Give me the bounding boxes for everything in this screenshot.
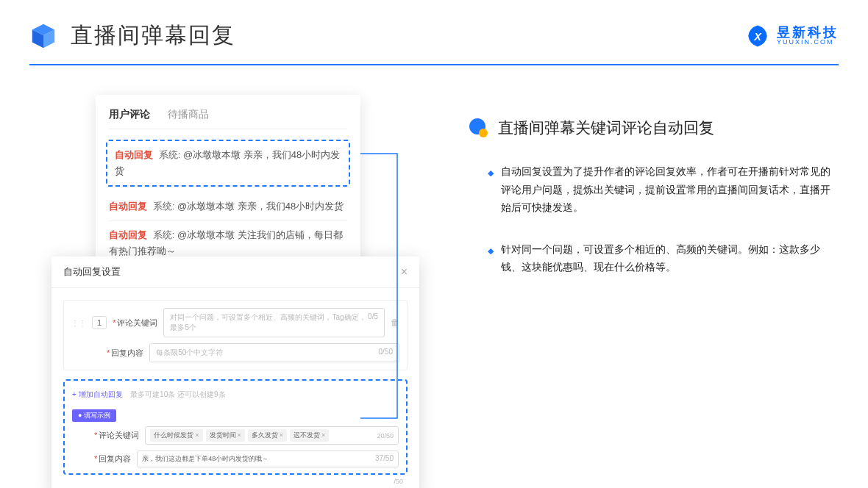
system-label: 系统: bbox=[153, 201, 175, 212]
bullet-text: 自动回复设置为了提升作者的评论回复效率，作者可在开播前针对常见的评论用户问题，提… bbox=[501, 162, 839, 217]
keyword-input[interactable]: 对同一个问题，可设置多个相近、高频的关键词，Tag确定，最多5个 0/5 bbox=[163, 308, 385, 337]
auto-reply-tag: 自动回复 bbox=[115, 149, 153, 160]
brand-name-en: YUUXIN.COM bbox=[777, 39, 839, 46]
diamond-icon: ◆ bbox=[488, 244, 494, 276]
tag-chip[interactable]: 迟不发货× bbox=[290, 429, 329, 442]
tag-chip[interactable]: 多久发货× bbox=[248, 429, 287, 442]
example-reply-input[interactable]: 亲，我们这边都是下单48小时内发货的哦～ 37/50 bbox=[137, 451, 399, 467]
svg-text:X: X bbox=[753, 30, 762, 42]
example-reply-label: *回复内容 bbox=[94, 453, 131, 464]
tab-pending-products[interactable]: 待播商品 bbox=[168, 108, 209, 121]
tag-chip[interactable]: 什么时候发货× bbox=[150, 429, 202, 442]
example-keyword-label: *评论关键词 bbox=[94, 430, 139, 441]
keyword-label: *评论关键词 bbox=[113, 317, 157, 329]
add-hint: 最多可建10条 还可以创建9条 bbox=[130, 390, 225, 398]
chat-bubble-icon bbox=[467, 117, 489, 139]
reply-input[interactable]: 每条限50个中文字符 0/50 bbox=[149, 343, 399, 362]
settings-header: 自动回复设置 × bbox=[51, 256, 419, 288]
bullet-text: 针对同一个问题，可设置多个相近的、高频的关键词。例如：这款多少钱、这块能优惠吗、… bbox=[501, 240, 839, 276]
example-section: + 增加自动回复 最多可建10条 还可以创建9条 ● 填写示例 *评论关键词 什… bbox=[63, 379, 408, 475]
auto-reply-tag: 自动回复 bbox=[109, 229, 147, 240]
cube-icon bbox=[29, 22, 57, 50]
reply-label: *回复内容 bbox=[107, 348, 143, 359]
add-auto-reply-link[interactable]: + 增加自动回复 bbox=[72, 390, 123, 400]
bullet-item: ◆ 针对同一个问题，可设置多个相近的、高频的关键词。例如：这款多少钱、这块能优惠… bbox=[488, 240, 839, 276]
example-keyword-counter: 20/50 bbox=[377, 432, 394, 439]
section-header: 直播间弹幕关键词评论自动回复 bbox=[467, 117, 839, 139]
brand-logo: X 昱新科技 YUUXIN.COM bbox=[746, 24, 839, 48]
trash-icon[interactable]: 🗑 bbox=[391, 317, 399, 328]
settings-title: 自动回复设置 bbox=[63, 265, 121, 279]
tag-chip[interactable]: 发货时间× bbox=[206, 429, 245, 442]
keyword-counter: 0/5 bbox=[368, 312, 378, 333]
example-badge: ● 填写示例 bbox=[72, 409, 116, 422]
tab-user-comments[interactable]: 用户评论 bbox=[109, 108, 150, 121]
brand-name-cn: 昱新科技 bbox=[777, 26, 839, 39]
close-icon[interactable]: × bbox=[401, 265, 408, 279]
tabs: 用户评论 待播商品 bbox=[109, 108, 347, 129]
system-label: 系统: bbox=[159, 149, 181, 160]
settings-panel: 自动回复设置 × ⋮⋮ 1 *评论关键词 对同一个问题，可设置多个相近、高频的关… bbox=[51, 256, 419, 488]
drag-handle-icon[interactable]: ⋮⋮ bbox=[71, 319, 86, 327]
page-header: 直播间弹幕回复 X 昱新科技 YUUXIN.COM bbox=[0, 0, 868, 51]
section-title: 直播间弹幕关键词评论自动回复 bbox=[498, 118, 714, 138]
comment-row-highlighted: 自动回复 系统: @冰墩墩本墩 亲亲，我们48小时内发货 bbox=[106, 140, 350, 187]
bottom-counter: /50 bbox=[63, 478, 408, 485]
example-keyword-tags[interactable]: 什么时候发货× 发货时间× 多久发货× 迟不发货× 20/50 bbox=[145, 426, 399, 445]
auto-reply-tag: 自动回复 bbox=[109, 201, 147, 212]
sequence-number: 1 bbox=[92, 316, 107, 329]
bullet-item: ◆ 自动回复设置为了提升作者的评论回复效率，作者可在开播前针对常见的评论用户问题… bbox=[488, 162, 839, 217]
svg-point-5 bbox=[479, 129, 488, 137]
example-reply-counter: 37/50 bbox=[375, 454, 394, 464]
header-left: 直播间弹幕回复 bbox=[29, 21, 235, 51]
description-panel: 直播间弹幕关键词评论自动回复 ◆ 自动回复设置为了提升作者的评论回复效率，作者可… bbox=[467, 95, 839, 455]
brand-icon: X bbox=[746, 24, 769, 48]
comment-row: 自动回复 系统: @冰墩墩本墩 亲亲，我们48小时内发货 bbox=[109, 193, 347, 221]
system-label: 系统: bbox=[153, 229, 175, 240]
reply-counter: 0/50 bbox=[379, 348, 393, 358]
comment-text: @冰墩墩本墩 亲亲，我们48小时内发货 bbox=[177, 201, 344, 212]
page-title: 直播间弹幕回复 bbox=[71, 21, 235, 51]
diamond-icon: ◆ bbox=[488, 166, 494, 217]
left-illustration: 用户评论 待播商品 自动回复 系统: @冰墩墩本墩 亲亲，我们48小时内发货 自… bbox=[51, 95, 427, 455]
